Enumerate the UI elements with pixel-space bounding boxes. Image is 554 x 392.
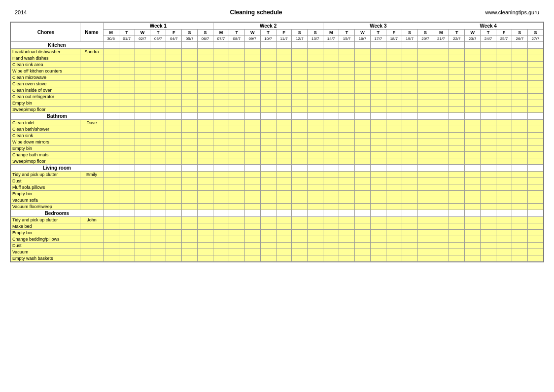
chore-cell-2-1-23[interactable] [465, 178, 481, 184]
chore-cell-2-5-19[interactable] [402, 204, 417, 210]
chore-cell-0-8-11[interactable] [276, 100, 292, 107]
chore-cell-2-5-23[interactable] [465, 204, 481, 210]
chore-cell-1-0-20[interactable] [417, 120, 433, 126]
chore-cell-0-1-11[interactable] [276, 55, 292, 62]
chore-cell-0-0-7[interactable] [213, 49, 229, 55]
chore-cell-0-0-3[interactable] [150, 49, 166, 55]
chore-cell-0-0-12[interactable] [292, 49, 308, 55]
chore-cell-0-6-27[interactable] [527, 87, 543, 94]
chore-cell-1-4-24[interactable] [481, 145, 496, 152]
chore-cell-2-0-23[interactable] [465, 172, 481, 178]
chore-cell-1-1-4[interactable] [166, 126, 182, 133]
chore-cell-3-0-7[interactable] [213, 217, 229, 223]
chore-cell-1-5-15[interactable] [339, 152, 355, 158]
chore-cell-0-4-2[interactable] [135, 74, 150, 81]
chore-cell-3-3-17[interactable] [370, 236, 386, 243]
chore-cell-2-1-26[interactable] [512, 178, 527, 184]
chore-cell-2-4-25[interactable] [496, 197, 512, 204]
chore-cell-0-1-8[interactable] [229, 55, 244, 62]
chore-cell-3-2-22[interactable] [449, 230, 465, 236]
chore-cell-3-1-24[interactable] [481, 223, 496, 230]
chore-cell-0-4-7[interactable] [213, 74, 229, 81]
chore-cell-1-6-6[interactable] [198, 158, 213, 165]
chore-cell-3-5-5[interactable] [182, 249, 198, 255]
chore-cell-1-6-1[interactable] [119, 158, 135, 165]
chore-cell-0-3-14[interactable] [323, 68, 339, 74]
chore-cell-0-5-23[interactable] [465, 81, 481, 87]
chore-cell-2-4-5[interactable] [182, 197, 198, 204]
chore-cell-0-2-11[interactable] [276, 62, 292, 68]
chore-cell-3-3-6[interactable] [198, 236, 213, 243]
chore-cell-2-3-13[interactable] [308, 191, 323, 197]
chore-cell-0-8-21[interactable] [433, 100, 449, 107]
chore-cell-0-8-14[interactable] [323, 100, 339, 107]
chore-cell-1-0-7[interactable] [213, 120, 229, 126]
chore-cell-3-4-11[interactable] [276, 243, 292, 249]
chore-cell-3-3-11[interactable] [276, 236, 292, 243]
chore-cell-1-1-12[interactable] [292, 126, 308, 133]
chore-cell-3-3-2[interactable] [135, 236, 150, 243]
chore-cell-0-4-18[interactable] [386, 74, 402, 81]
chore-cell-0-1-21[interactable] [433, 55, 449, 62]
chore-cell-2-5-12[interactable] [292, 204, 308, 210]
chore-cell-1-5-3[interactable] [150, 152, 166, 158]
chore-cell-2-3-15[interactable] [339, 191, 355, 197]
chore-cell-3-6-4[interactable] [166, 255, 182, 262]
chore-cell-0-0-23[interactable] [465, 49, 481, 55]
chore-cell-3-6-7[interactable] [213, 255, 229, 262]
chore-cell-2-2-11[interactable] [276, 184, 292, 191]
chore-cell-0-9-23[interactable] [465, 107, 481, 113]
chore-cell-0-6-20[interactable] [417, 87, 433, 94]
chore-cell-3-3-5[interactable] [182, 236, 198, 243]
chore-cell-1-1-3[interactable] [150, 126, 166, 133]
chore-cell-0-9-7[interactable] [213, 107, 229, 113]
chore-cell-1-3-17[interactable] [370, 139, 386, 145]
chore-cell-0-0-8[interactable] [229, 49, 244, 55]
chore-cell-0-2-16[interactable] [354, 62, 370, 68]
chore-cell-3-5-8[interactable] [229, 249, 244, 255]
chore-cell-0-7-15[interactable] [339, 94, 355, 100]
chore-cell-1-5-0[interactable] [103, 152, 119, 158]
chore-cell-0-6-2[interactable] [135, 87, 150, 94]
chore-cell-0-5-10[interactable] [260, 81, 276, 87]
chore-cell-2-3-7[interactable] [213, 191, 229, 197]
chore-cell-3-5-12[interactable] [292, 249, 308, 255]
chore-cell-1-3-27[interactable] [527, 139, 543, 145]
chore-cell-2-0-0[interactable] [103, 172, 119, 178]
chore-cell-0-9-4[interactable] [166, 107, 182, 113]
chore-cell-3-1-11[interactable] [276, 223, 292, 230]
chore-cell-2-0-4[interactable] [166, 172, 182, 178]
chore-cell-0-8-7[interactable] [213, 100, 229, 107]
chore-cell-2-3-12[interactable] [292, 191, 308, 197]
chore-cell-3-5-26[interactable] [512, 249, 527, 255]
chore-cell-0-0-4[interactable] [166, 49, 182, 55]
chore-cell-3-6-16[interactable] [354, 255, 370, 262]
chore-cell-1-1-9[interactable] [244, 126, 260, 133]
chore-cell-3-1-9[interactable] [244, 223, 260, 230]
chore-cell-1-1-10[interactable] [260, 126, 276, 133]
chore-cell-0-5-25[interactable] [496, 81, 512, 87]
chore-cell-2-4-8[interactable] [229, 197, 244, 204]
chore-cell-2-3-24[interactable] [481, 191, 496, 197]
chore-cell-3-3-15[interactable] [339, 236, 355, 243]
chore-cell-1-0-15[interactable] [339, 120, 355, 126]
chore-cell-0-3-11[interactable] [276, 68, 292, 74]
chore-cell-2-5-3[interactable] [150, 204, 166, 210]
chore-cell-0-6-3[interactable] [150, 87, 166, 94]
chore-cell-3-2-20[interactable] [417, 230, 433, 236]
chore-cell-0-5-26[interactable] [512, 81, 527, 87]
chore-cell-1-1-17[interactable] [370, 126, 386, 133]
chore-cell-3-0-19[interactable] [402, 217, 417, 223]
chore-cell-0-4-6[interactable] [198, 74, 213, 81]
chore-cell-0-6-21[interactable] [433, 87, 449, 94]
chore-cell-2-2-1[interactable] [119, 184, 135, 191]
chore-cell-3-5-21[interactable] [433, 249, 449, 255]
chore-cell-1-6-21[interactable] [433, 158, 449, 165]
chore-cell-0-5-2[interactable] [135, 81, 150, 87]
chore-cell-0-0-24[interactable] [481, 49, 496, 55]
chore-cell-3-1-1[interactable] [119, 223, 135, 230]
chore-cell-2-3-8[interactable] [229, 191, 244, 197]
chore-cell-3-5-27[interactable] [527, 249, 543, 255]
chore-cell-3-3-14[interactable] [323, 236, 339, 243]
chore-cell-0-7-8[interactable] [229, 94, 244, 100]
